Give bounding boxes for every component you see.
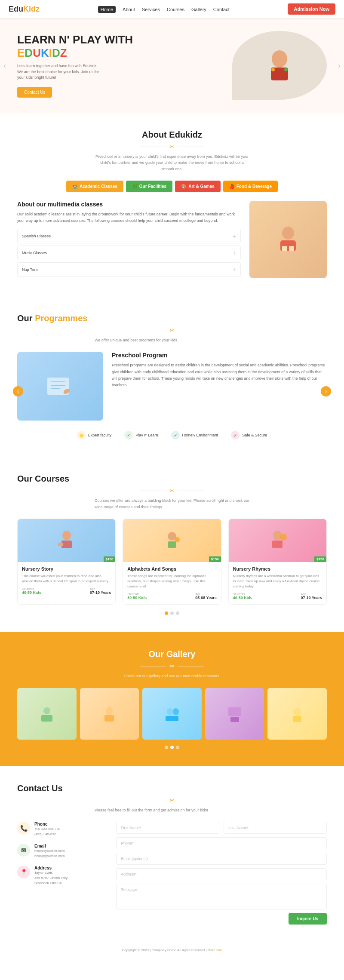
accordion-spanish[interactable]: Spanish Classes + <box>17 229 241 243</box>
programmes-title: Our Programmes <box>17 313 327 323</box>
contact-us-button[interactable]: Contact Us <box>17 87 52 98</box>
inquire-button[interactable]: Inquire Us <box>289 913 327 925</box>
tab-facilities-icon: 🌿 <box>132 184 137 189</box>
tab-food-label: Food & Beverage <box>236 184 272 189</box>
message-input[interactable] <box>116 884 327 909</box>
tab-facilities[interactable]: 🌿 Our Facilities <box>126 181 172 192</box>
gallery-dot-2[interactable] <box>170 746 174 749</box>
last-name-input[interactable] <box>224 822 327 834</box>
footer-link[interactable]: Info <box>216 948 222 952</box>
footer: Copyright © 2023 | Company Name All righ… <box>0 942 344 958</box>
hero-content: LEARN N' PLAY WITH EDUKIDZ Let's learn t… <box>17 33 224 98</box>
logo-kidz: Kidz <box>23 5 40 13</box>
programme-image <box>17 352 103 421</box>
about-image <box>249 201 327 278</box>
gallery-dot-1[interactable] <box>165 746 168 749</box>
gallery-img-4 <box>205 688 264 740</box>
nav-home[interactable]: Home <box>98 5 116 13</box>
feature-play: ✓ Play n' Learn <box>124 431 158 439</box>
accordion-music-toggle[interactable]: + <box>233 249 236 256</box>
nav-contact[interactable]: Contact <box>213 5 230 13</box>
gallery-section: Our Gallery ✂ Check out our gallery and … <box>0 632 344 766</box>
nav-gallery[interactable]: Gallery <box>191 5 206 13</box>
feature-expert-label: Expert faculty <box>88 433 112 437</box>
programmes-divider: ✂ <box>17 327 327 334</box>
dot-1[interactable] <box>165 611 168 615</box>
nav-links: Home About Services Courses Gallery Cont… <box>98 5 230 13</box>
dot-2[interactable] <box>170 611 174 615</box>
tab-food[interactable]: 🍎 Food & Beverage <box>223 181 278 192</box>
svg-rect-17 <box>168 541 176 548</box>
about-tabs: 🏫 Academic Classes 🌿 Our Facilities 🎨 Ar… <box>17 181 327 192</box>
contact-subtitle: Please feel free to fill out the form an… <box>95 807 249 813</box>
about-content: About our multimedia classes Our solid a… <box>17 201 327 279</box>
form-row-name <box>116 822 327 834</box>
address-input[interactable] <box>116 868 327 880</box>
courses-dots <box>17 611 327 615</box>
course-age-3: Age 07-10 Years <box>301 593 322 600</box>
contact-email: ✉ Email hello@yoursite.comhello@yoursite… <box>17 844 103 859</box>
admission-button[interactable]: Admission Now <box>288 3 335 15</box>
tab-food-icon: 🍎 <box>229 184 234 189</box>
course-card-3: $150 Nursery Rhymes Nursery rhymes are a… <box>228 519 327 605</box>
tab-academic[interactable]: 🏫 Academic Classes <box>66 181 123 192</box>
accordion-nap[interactable]: Nap Time + <box>17 262 241 277</box>
course-img-1: $150 <box>18 519 115 562</box>
contact-section: Contact Us ✂ Please feel free to fill ou… <box>0 766 344 942</box>
svg-rect-23 <box>41 715 52 722</box>
programme-card-title: Preschool Program <box>112 352 327 359</box>
course-badge-2: $150 <box>209 556 221 562</box>
accordion-music[interactable]: Music Classes + <box>17 246 241 260</box>
course-badge-3: $150 <box>314 556 326 562</box>
courses-section: Our Courses ✂ Courses we offer are alway… <box>0 457 344 632</box>
phone-input[interactable] <box>116 837 327 849</box>
programme-info: Preschool Program Preschool programs are… <box>112 352 327 388</box>
nav-services[interactable]: Services <box>142 5 160 13</box>
svg-point-22 <box>43 707 50 714</box>
contact-form: Inquire Us <box>116 822 327 925</box>
contact-address-text: Address Taylor Swift,456 5797 Lincon Hwy… <box>34 866 68 886</box>
hero-section: ‹ LEARN N' PLAY WITH EDUKIDZ Let's learn… <box>0 18 344 113</box>
tab-art[interactable]: 🎨 Art & Games <box>175 181 221 192</box>
svg-point-13 <box>62 531 71 540</box>
tab-art-label: Art & Games <box>188 184 215 189</box>
prog-arrow-right[interactable]: › <box>321 386 331 396</box>
course-img-2: $150 <box>123 519 221 562</box>
contact-phone-text: Phone +80 123 456 789(456) 345-632 <box>34 822 60 837</box>
programmes-wrapper: ‹ Preschool Program Preschool programs a… <box>17 352 327 421</box>
about-title: About Edukidz <box>17 130 327 140</box>
dot-3[interactable] <box>176 611 179 615</box>
nav-about[interactable]: About <box>123 5 135 13</box>
phone-icon: 📞 <box>17 822 30 835</box>
form-row-phone <box>116 837 327 849</box>
programmes-section: Our Programmes ✂ We offer unique and bes… <box>0 296 344 457</box>
contact-address: 📍 Address Taylor Swift,456 5797 Lincon H… <box>17 866 103 886</box>
gallery-divider-icon: ✂ <box>169 663 175 670</box>
svg-rect-32 <box>293 716 301 722</box>
form-row-address <box>116 868 327 880</box>
feature-safe-icon: ✓ <box>231 431 240 439</box>
courses-divider: ✂ <box>17 487 327 494</box>
hero-arrow-left[interactable]: ‹ <box>3 61 6 70</box>
hero-arrow-right[interactable]: › <box>338 61 341 70</box>
first-name-input[interactable] <box>116 822 219 834</box>
contact-divider-icon: ✂ <box>169 797 175 804</box>
course-age-1: Age 07-10 Years <box>90 587 111 595</box>
accordion-spanish-toggle[interactable]: + <box>233 233 236 240</box>
accordion-nap-toggle[interactable]: + <box>233 266 236 273</box>
gallery-dot-3[interactable] <box>176 746 179 749</box>
nav-courses[interactable]: Courses <box>167 5 184 13</box>
programme-card-desc: Preschool programs are designed to assis… <box>112 362 327 388</box>
gallery-img-1 <box>17 688 77 740</box>
features-row: ⭐ Expert faculty ✓ Play n' Learn ✓ Homel… <box>17 431 327 439</box>
feature-expert-icon: ⭐ <box>77 431 86 439</box>
hero-description: Let's learn together and have fun with E… <box>17 63 103 81</box>
gallery-img-5 <box>267 688 327 740</box>
email-input[interactable] <box>116 853 327 865</box>
contact-info: 📞 Phone +80 123 456 789(456) 345-632 ✉ E… <box>17 822 103 925</box>
course-meta-2: Students 30-50 Kids Age 05-08 Years <box>127 593 216 600</box>
gallery-img-2 <box>80 688 139 740</box>
svg-point-26 <box>167 708 173 715</box>
course-desc-1: This course will assist your children to… <box>22 574 111 584</box>
form-row-email <box>116 853 327 865</box>
